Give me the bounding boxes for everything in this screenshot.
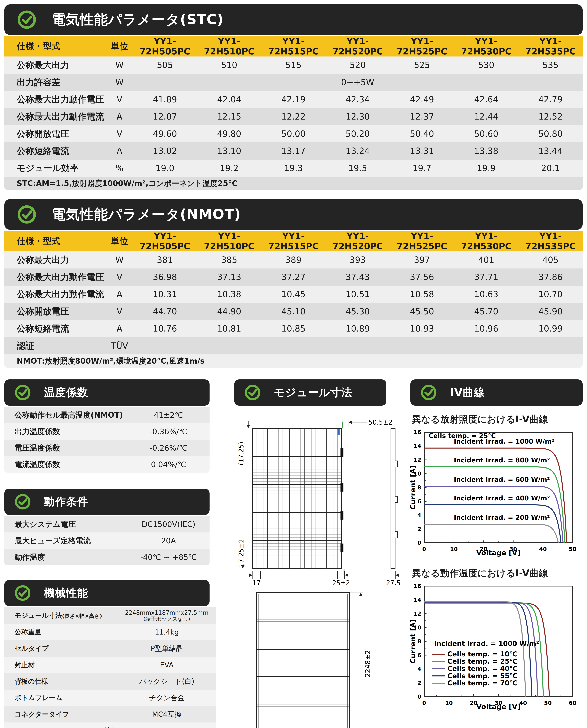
row-label-note: (長さ×幅×高さ): [62, 613, 102, 619]
svg-text:6: 6: [418, 652, 421, 658]
check-icon: [17, 205, 37, 224]
value-cell: 405: [518, 251, 583, 269]
row-label: 公称短絡電流: [4, 320, 106, 337]
nmot-title: 電気性能パラメータ(NMOT): [52, 205, 241, 224]
table-row: 公称短絡電流A13.0213.1013.1713.2413.3113.3813.…: [4, 142, 583, 160]
table-row: 電流温度係数0.04%/℃: [4, 456, 210, 473]
svg-text:0: 0: [418, 540, 421, 546]
row-value: 2248mmx1187mmx27.5mm(端子ボックスなし): [118, 607, 216, 624]
value-cell: 42.34: [326, 91, 390, 108]
check-icon: [244, 384, 261, 401]
table-row: 公称動作セル最高温度(NMOT)41±2℃: [4, 407, 210, 423]
value-cell: 10.70: [518, 286, 583, 303]
value-cell: 525: [390, 56, 454, 74]
section-mechanical: 機械性能 モジュール寸法(長さ×幅×高さ)2248mmx1187mmx27.5m…: [4, 580, 210, 728]
row-label: ボトムフレーム: [4, 689, 118, 706]
table-row: 最大ヒューズ定格電流20A: [4, 532, 210, 549]
value-cell: [261, 337, 326, 355]
table-row: コネクタータイプMC4互換: [4, 706, 216, 723]
row-label: 公称動作セル最高温度(NMOT): [4, 407, 127, 423]
value-cell: 45.50: [390, 303, 454, 320]
svg-text:Incident Irrad. = 200 W/m²: Incident Irrad. = 200 W/m²: [454, 514, 550, 521]
value-cell: 42.49: [390, 91, 454, 108]
value-cell: 12.15: [197, 108, 261, 125]
unit-cell: A: [106, 286, 133, 303]
value-cell: 37.27: [261, 269, 326, 286]
svg-text:0: 0: [422, 546, 426, 552]
temp-coeff-table: 公称動作セル最高温度(NMOT)41±2℃出力温度係数-0.36%/℃電圧温度係…: [4, 407, 210, 473]
column-header: YY1-72H510PC: [197, 231, 261, 251]
dim-27-5: 27.5: [386, 579, 400, 586]
column-header: YY1-72H535PC: [518, 36, 583, 56]
row-label: 公称最大出力: [4, 56, 106, 74]
span-value-cell: 0~+5W: [133, 74, 583, 91]
value-cell: 49.80: [197, 125, 261, 142]
table-row: 最大システム電圧DC1500V(IEC): [4, 516, 210, 532]
column-header: YY1-72H505PC: [133, 36, 197, 56]
row-label: 動作温度: [4, 549, 127, 565]
value-cell: 10.99: [518, 320, 583, 337]
value-cell: 50.40: [390, 125, 454, 142]
check-icon: [15, 384, 31, 401]
iv-header-bar: IV曲線: [410, 380, 583, 406]
column-header: YY1-72H520PC: [326, 231, 390, 251]
value-cell: 37.86: [518, 269, 583, 286]
column-header: YY1-72H515PC: [261, 36, 326, 56]
value-cell: 10.81: [197, 320, 261, 337]
value-cell: 10.31: [133, 286, 197, 303]
row-value: -0.26%/℃: [127, 440, 210, 456]
table-row: 出力温度係数-0.36%/℃: [4, 423, 210, 440]
dim-17-25-bottom: 17.25±2: [237, 539, 245, 567]
value-cell: 44.90: [197, 303, 261, 320]
value-cell: 44.70: [133, 303, 197, 320]
right-super-column: モジュール寸法: [234, 380, 583, 728]
row-label: 公称最大出力動作電圧: [4, 91, 106, 108]
table-row: モジュール寸法(長さ×幅×高さ)2248mmx1187mmx27.5mm(端子ボ…: [4, 607, 216, 624]
unit-cell: W: [106, 56, 133, 74]
svg-text:4: 4: [418, 666, 421, 672]
unit-cell: %: [106, 160, 133, 177]
note-row: NMOT:放射照度800W/m²,環境温度20°C,風速1m/s: [4, 355, 583, 368]
table-row: モジュール効率%19.019.219.319.519.719.920.1: [4, 160, 583, 177]
value-cell: 393: [326, 251, 390, 269]
svg-text:Incident Irrad. = 1000 W/m²: Incident Irrad. = 1000 W/m²: [454, 438, 555, 445]
table-row: 認証TÜV: [4, 337, 583, 355]
column-header: YY1-72H530PC: [454, 231, 518, 251]
svg-text:Cells temp. = 10℃: Cells temp. = 10℃: [447, 650, 518, 658]
unit-cell: V: [106, 269, 133, 286]
iv-chart-irradiance: 010203040500246810121416Voltage [V]Curre…: [410, 429, 576, 560]
unit-cell: V: [106, 125, 133, 142]
svg-text:4: 4: [418, 512, 421, 518]
unit-cell: A: [106, 108, 133, 125]
unit-cell: A: [106, 320, 133, 337]
value-cell: 45.90: [518, 303, 583, 320]
svg-text:Incident Irrad. = 600 W/m²: Incident Irrad. = 600 W/m²: [454, 476, 550, 483]
table-row: 公称最大出力動作電圧V36.9837.1337.2737.4337.5637.7…: [4, 269, 583, 286]
row-value: -0.36%/℃: [127, 423, 210, 440]
value-cell: 12.44: [454, 108, 518, 125]
temp-coeff-title: 温度係数: [44, 385, 88, 400]
row-value: IP68: [118, 723, 216, 728]
column-header: YY1-72H520PC: [326, 36, 390, 56]
unit-cell: V: [106, 303, 133, 320]
value-cell: 401: [454, 251, 518, 269]
value-cell: 45.30: [326, 303, 390, 320]
dim-17: 17: [253, 579, 261, 586]
table-row: 公称最大出力W381385389393397401405: [4, 251, 583, 269]
value-cell: 13.44: [518, 142, 583, 160]
value-cell: 10.85: [261, 320, 326, 337]
check-icon: [15, 585, 31, 601]
value-cell: 13.02: [133, 142, 197, 160]
value-cell: 42.64: [454, 91, 518, 108]
section-temp-coeff: 温度係数 公称動作セル最高温度(NMOT)41±2℃出力温度係数-0.36%/℃…: [4, 380, 210, 473]
stc-title: 電気性能パラメータ(STC): [52, 10, 224, 29]
value-cell: 50.80: [518, 125, 583, 142]
value-cell: 19.0: [133, 160, 197, 177]
value-cell: 381: [133, 251, 197, 269]
table-row: 出力許容差W0~+5W: [4, 74, 583, 91]
value-cell: 42.79: [518, 91, 583, 108]
value-cell: 520: [326, 56, 390, 74]
row-value: チタン合金: [118, 689, 216, 706]
value-cell: 10.96: [454, 320, 518, 337]
svg-text:8: 8: [418, 484, 421, 491]
